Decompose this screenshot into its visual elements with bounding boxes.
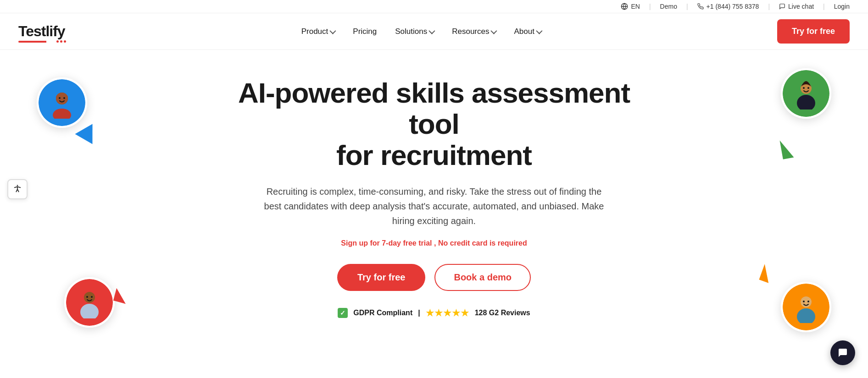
svg-point-11: [86, 296, 88, 298]
triangle-green: [780, 138, 794, 159]
navbar: Testlify Product Pricing Solutions: [0, 13, 868, 50]
svg-point-23: [17, 185, 18, 186]
chat-icon-top: [779, 3, 785, 10]
nav-link-about[interactable]: About: [506, 23, 548, 40]
nav-item-pricing: Pricing: [345, 23, 384, 40]
nav-link-product[interactable]: Product: [294, 23, 342, 40]
nav-link-solutions[interactable]: Solutions: [388, 23, 441, 40]
svg-point-17: [807, 87, 809, 89]
phone-link[interactable]: +1 (844) 755 8378: [697, 3, 759, 10]
lang-label: EN: [631, 3, 640, 10]
avatar-top-right: [781, 68, 831, 119]
gdpr-label: GDPR Compliant: [353, 309, 412, 317]
phone-icon: [697, 3, 704, 10]
top-bar: EN | Demo | +1 (844) 755 8378 | Live cha…: [0, 0, 868, 13]
person-3-image: [790, 77, 822, 110]
chevron-product: [330, 27, 336, 34]
chevron-resources: [491, 27, 497, 34]
language-selector[interactable]: EN: [621, 3, 640, 10]
g2-reviews: 128 G2 Reviews: [475, 309, 530, 317]
divider-1: |: [649, 3, 651, 10]
logo-text: Testlify: [18, 23, 65, 40]
person-1-image: [46, 87, 78, 119]
avatar-bottom-left: [64, 277, 115, 328]
accessibility-icon: [12, 184, 22, 194]
nav-item-about: About: [506, 23, 548, 40]
triangle-blue: [75, 124, 101, 149]
nav-item-solutions: Solutions: [388, 23, 441, 40]
divider-3: |: [768, 3, 770, 10]
svg-point-22: [807, 301, 809, 302]
nav-item-product: Product: [294, 23, 342, 40]
globe-icon: [621, 3, 628, 10]
avatar-bottom-right: [781, 282, 831, 332]
triangle-red: [113, 288, 129, 303]
nav-cta-button[interactable]: Try for free: [777, 19, 850, 44]
nav-item-resources: Resources: [445, 23, 503, 40]
chat-bubble-icon: [837, 347, 848, 355]
svg-point-12: [91, 296, 93, 298]
divider-4: |: [823, 3, 825, 10]
divider-badges: |: [418, 309, 420, 317]
svg-point-6: [59, 97, 61, 99]
hero-signup-note: Sign up for 7-day free trial , No credit…: [341, 239, 527, 247]
hero-buttons: Try for free Book a demo: [337, 264, 531, 291]
svg-point-16: [803, 87, 805, 89]
hero-badges: ✓ GDPR Compliant | ★★★★★ 128 G2 Reviews: [338, 307, 530, 318]
divider-2: |: [686, 3, 688, 10]
live-chat-link[interactable]: Live chat: [779, 3, 814, 10]
chevron-about: [536, 27, 542, 34]
try-for-free-button[interactable]: Try for free: [337, 264, 425, 291]
demo-link[interactable]: Demo: [660, 3, 677, 10]
star-rating: ★★★★★: [426, 307, 469, 318]
chevron-solutions: [429, 27, 435, 34]
hero-subtitle: Recruiting is complex, time-consuming, a…: [262, 184, 606, 228]
nav-link-resources[interactable]: Resources: [445, 23, 503, 40]
svg-point-21: [803, 301, 805, 302]
login-link[interactable]: Login: [834, 3, 850, 10]
accessibility-button[interactable]: [7, 179, 28, 199]
gdpr-check-icon: ✓: [338, 308, 348, 318]
book-demo-button[interactable]: Book a demo: [434, 264, 531, 291]
svg-point-7: [63, 97, 65, 99]
nav-links: Product Pricing Solutions Resources Abou…: [294, 23, 548, 40]
nav-link-pricing[interactable]: Pricing: [345, 23, 384, 40]
person-4-image: [790, 291, 822, 323]
person-2-image: [73, 286, 106, 318]
logo[interactable]: Testlify: [18, 23, 65, 40]
avatar-top-left: [37, 77, 87, 128]
triangle-orange: [759, 264, 774, 283]
logo-dots: [56, 40, 66, 43]
hero-title: AI-powered skills assessment tool for re…: [228, 77, 640, 171]
hero-section: AI-powered skills assessment tool for re…: [0, 50, 868, 355]
svg-point-5: [56, 93, 68, 102]
